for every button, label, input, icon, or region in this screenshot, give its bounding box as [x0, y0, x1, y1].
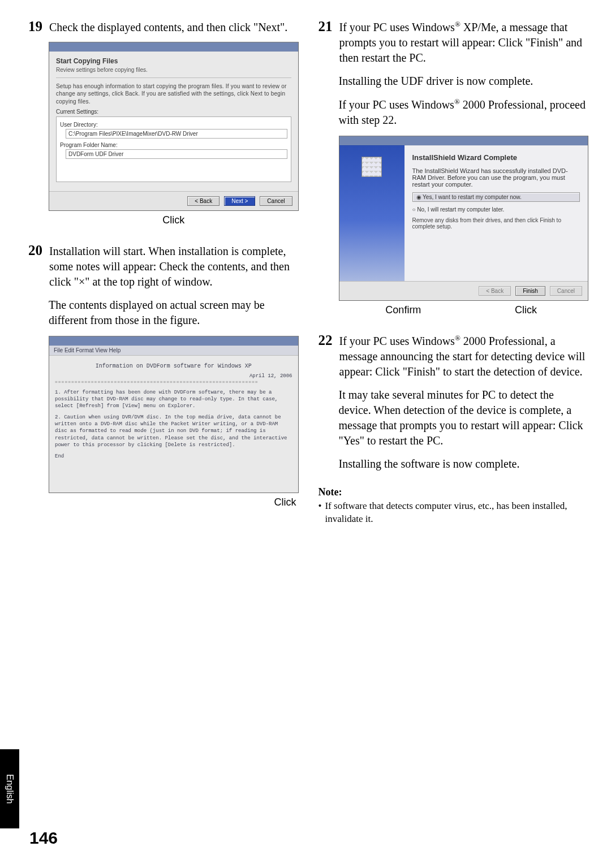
note-bullet: • [319, 500, 322, 526]
dlg19-userdir-value: C:\Program Files\PIXE\ImageMixer\DVD-RW … [66, 129, 287, 139]
wizard-smalltext: Remove any disks from their drives, and … [412, 217, 580, 230]
wizard-icon [362, 157, 382, 177]
step-21-wizard: InstallShield Wizard Complete The Instal… [339, 136, 589, 301]
dlg19-cancel-button[interactable]: Cancel [260, 196, 292, 206]
step-19-number: 19 [28, 17, 44, 36]
step-19-dialog: Start Copying Files Review settings befo… [49, 42, 299, 211]
step-20-text-a: Installation will start. When installati… [49, 244, 299, 290]
readme-title: Information on DVDForm software for Wind… [55, 362, 292, 370]
step-21-para-c: If your PC uses Windows® 2000 Profession… [339, 97, 589, 128]
step-21-number: 21 [319, 17, 334, 36]
step-20-text-b: The contents displayed on actual screen … [49, 297, 299, 328]
dlg19-back-button[interactable]: < Back [187, 196, 220, 206]
language-tab: English [0, 749, 19, 828]
dlg19-userdir-label: User Directory: [60, 122, 287, 128]
step-22-number: 22 [319, 331, 334, 350]
wizard-restart-no-option[interactable]: ○ No, I will restart my computer later. [412, 206, 580, 213]
step-19-click-label: Click [49, 214, 299, 226]
step-20-number: 20 [28, 241, 44, 260]
dlg19-cur-settings-label: Current Settings: [56, 109, 291, 115]
readme-date: April 12, 2006 [55, 373, 292, 379]
step-21-confirm-label: Confirm [385, 304, 421, 316]
wizard-title: InstallShield Wizard Complete [412, 153, 580, 162]
wizard-body: The InstallShield Wizard has successfull… [412, 167, 580, 188]
note-heading: Note: [319, 486, 589, 498]
readme-line-1: 1. After formatting has been done with D… [55, 389, 292, 409]
step-21-click-label: Click [515, 304, 537, 316]
page-number: 146 [29, 828, 58, 848]
step-21-para-b: Installing the UDF driver is now complet… [339, 74, 589, 89]
readme-line-2: 2. Caution when using DVR/DVM disc. In t… [55, 414, 292, 448]
step-22-text-a: If your PC uses Windows® 2000 Profession… [339, 333, 589, 379]
dlg19-subtitle: Review settings before copying files. [56, 67, 291, 73]
dlg19-next-button[interactable]: Next > [224, 196, 255, 206]
step-19-text: Check the displayed contents, and then c… [49, 20, 287, 35]
step-20-readme: File Edit Format View Help Information o… [49, 336, 299, 493]
dlg19-body: Setup has enough information to start co… [56, 83, 291, 106]
wizard-restart-yes-option[interactable]: ◉ Yes, I want to restart my computer now… [412, 192, 580, 202]
step-20-click-label: Click [28, 496, 296, 508]
wizard-back-button: < Back [479, 286, 511, 296]
wizard-cancel-button: Cancel [550, 286, 582, 296]
readme-menu: File Edit Format View Help [49, 346, 298, 356]
step-22-para-c: Installing the software is now complete. [339, 456, 589, 472]
note-body: If software that detects computer virus,… [325, 500, 588, 526]
dlg19-title: Start Copying Files [56, 57, 291, 65]
step-22-para-b: It may take several minutes for PC to de… [339, 387, 589, 448]
dlg19-progfolder-value: DVDForm UDF Driver [66, 149, 287, 159]
wizard-finish-button[interactable]: Finish [515, 286, 545, 296]
step-21-text-a: If your PC uses Windows® XP/Me, a messag… [339, 19, 589, 66]
readme-end: End [55, 453, 292, 460]
dlg19-progfolder-label: Program Folder Name: [60, 142, 287, 148]
